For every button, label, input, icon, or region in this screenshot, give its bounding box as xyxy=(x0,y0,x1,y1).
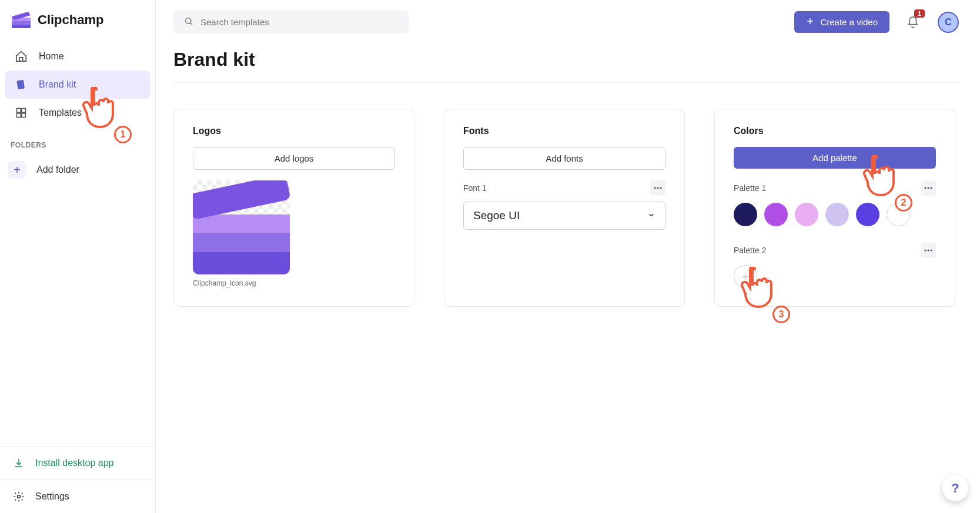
svg-point-10 xyxy=(654,187,655,189)
app-name: Clipchamp xyxy=(38,12,103,28)
add-folder-label: Add folder xyxy=(36,165,79,175)
svg-point-17 xyxy=(927,249,929,251)
download-icon xyxy=(13,457,25,469)
search-input[interactable] xyxy=(200,17,398,27)
svg-point-8 xyxy=(18,495,21,498)
notifications-button[interactable]: 1 xyxy=(906,15,920,29)
brandkit-icon xyxy=(14,78,28,92)
palette-row-header: Palette 2 xyxy=(734,243,936,258)
color-swatch[interactable] xyxy=(795,203,818,226)
templates-icon xyxy=(14,106,28,120)
chevron-down-icon xyxy=(647,209,655,222)
palette-row-header: Palette 1 xyxy=(734,180,936,196)
logo-thumbnail xyxy=(193,180,290,274)
content-grid: Logos Add logos Clipchamp_icon.svg Fonts… xyxy=(173,109,959,307)
color-swatch[interactable] xyxy=(734,203,757,226)
sidebar: Clipchamp Home Brand kit Templates FOLDE… xyxy=(0,0,156,513)
font-row-header: Font 1 xyxy=(463,180,665,196)
install-desktop-app[interactable]: Install desktop app xyxy=(0,447,155,480)
svg-point-11 xyxy=(657,187,658,189)
home-icon xyxy=(14,49,28,63)
avatar[interactable]: C xyxy=(938,12,959,33)
colors-card: Colors Add palette Palette 1 xyxy=(714,109,955,307)
add-logos-button[interactable]: Add logos xyxy=(193,147,395,170)
plus-icon: + xyxy=(8,161,26,179)
palette-swatches xyxy=(734,203,936,226)
logos-card: Logos Add logos Clipchamp_icon.svg xyxy=(173,109,414,307)
fonts-title: Fonts xyxy=(463,126,665,136)
sidebar-item-label: Templates xyxy=(39,108,82,118)
svg-point-15 xyxy=(930,187,932,189)
sidebar-item-brandkit[interactable]: Brand kit xyxy=(5,71,150,99)
create-video-label: Create a video xyxy=(820,17,878,27)
svg-rect-2 xyxy=(12,25,31,28)
create-video-button[interactable]: Create a video xyxy=(794,11,889,33)
svg-rect-5 xyxy=(22,109,26,113)
svg-point-9 xyxy=(186,18,191,24)
page-title: Brand kit xyxy=(173,49,959,83)
app-logo-row: Clipchamp xyxy=(0,0,155,42)
color-swatch[interactable] xyxy=(887,203,910,226)
add-palette-button[interactable]: Add palette xyxy=(734,147,936,169)
logos-title: Logos xyxy=(193,126,395,136)
main: Create a video 1 C Brand kit Logos Add l… xyxy=(156,0,980,513)
color-swatch[interactable] xyxy=(764,203,788,226)
svg-rect-3 xyxy=(16,80,25,89)
colors-title: Colors xyxy=(734,126,936,136)
svg-point-14 xyxy=(927,187,929,189)
sidebar-item-templates[interactable]: Templates xyxy=(5,99,150,127)
logo-item[interactable]: Clipchamp_icon.svg xyxy=(193,180,290,287)
settings-label: Settings xyxy=(35,491,69,502)
palette-more-button[interactable] xyxy=(921,180,936,196)
gear-icon xyxy=(13,491,25,502)
svg-rect-1 xyxy=(12,21,31,25)
app-logo-icon xyxy=(12,12,31,28)
search-box[interactable] xyxy=(173,11,409,33)
topbar: Create a video 1 C xyxy=(156,0,980,39)
page: Brand kit Logos Add logos Clipchamp_icon… xyxy=(156,39,980,307)
svg-rect-4 xyxy=(17,109,21,113)
fonts-card: Fonts Add fonts Font 1 Segoe UI xyxy=(444,109,685,307)
palette-label: Palette 1 xyxy=(734,183,766,193)
sidebar-item-label: Brand kit xyxy=(39,79,76,90)
search-icon xyxy=(184,16,193,28)
sidebar-item-settings[interactable]: Settings xyxy=(0,480,155,513)
nav: Home Brand kit Templates xyxy=(0,42,155,127)
svg-rect-7 xyxy=(22,113,26,118)
svg-point-16 xyxy=(924,249,926,251)
folders-header: FOLDERS xyxy=(0,127,155,155)
palette-more-button[interactable] xyxy=(921,243,936,258)
install-label: Install desktop app xyxy=(35,458,113,468)
sidebar-item-home[interactable]: Home xyxy=(5,42,150,71)
font-more-button[interactable] xyxy=(650,180,665,196)
sidebar-bottom: Install desktop app Settings xyxy=(0,446,155,513)
font-row-label: Font 1 xyxy=(463,183,487,193)
svg-point-18 xyxy=(930,249,932,251)
palette-swatches xyxy=(734,265,936,289)
logo-filename: Clipchamp_icon.svg xyxy=(193,279,290,287)
svg-point-13 xyxy=(924,187,926,189)
add-folder-button[interactable]: + Add folder xyxy=(0,155,155,185)
notification-badge: 1 xyxy=(914,9,925,18)
palette-label: Palette 2 xyxy=(734,246,766,255)
sidebar-item-label: Home xyxy=(39,51,64,62)
svg-rect-6 xyxy=(17,113,21,118)
svg-point-12 xyxy=(660,187,661,189)
add-color-button[interactable] xyxy=(734,265,757,289)
add-fonts-button[interactable]: Add fonts xyxy=(463,147,665,170)
color-swatch[interactable] xyxy=(825,203,849,226)
font-select-value: Segoe UI xyxy=(473,209,520,222)
plus-icon xyxy=(806,17,814,27)
font-select[interactable]: Segoe UI xyxy=(463,202,665,230)
help-button[interactable]: ? xyxy=(942,475,968,501)
color-swatch[interactable] xyxy=(856,203,879,226)
